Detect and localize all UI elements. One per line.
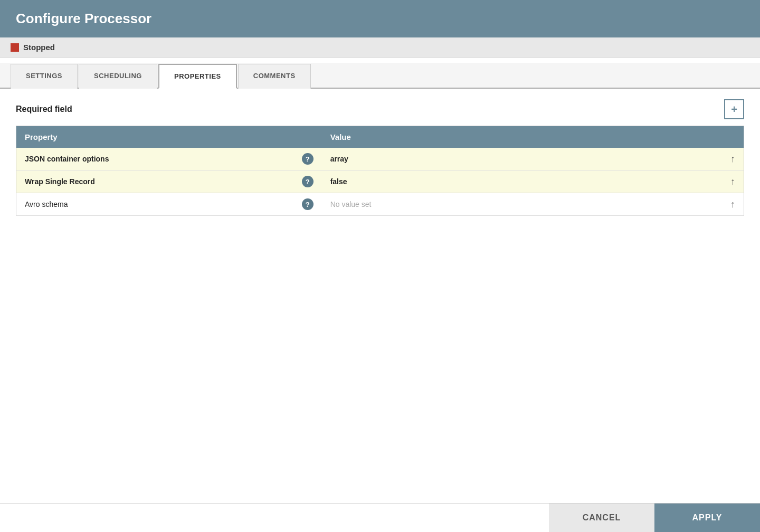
table-row: Avro schema ? No value set ↑ bbox=[16, 193, 744, 216]
table-header: Property Value bbox=[16, 126, 744, 148]
cancel-button[interactable]: CANCEL bbox=[549, 504, 654, 532]
action-cell-json: ↑ bbox=[722, 148, 744, 170]
properties-table: Property Value JSON container options ? … bbox=[16, 126, 744, 216]
property-name-wrap: Wrap Single Record bbox=[25, 177, 95, 186]
required-field-label: Required field bbox=[16, 104, 72, 114]
property-name-json: JSON container options bbox=[25, 155, 109, 163]
tabs-container: SETTINGS SCHEDULING PROPERTIES COMMENTS bbox=[0, 63, 760, 89]
dialog-header: Configure Processor bbox=[0, 0, 760, 37]
property-cell-json: JSON container options ? bbox=[16, 148, 322, 170]
property-name-avro: Avro schema bbox=[25, 200, 68, 208]
value-cell-wrap[interactable]: false bbox=[322, 170, 722, 193]
help-icon-avro[interactable]: ? bbox=[302, 198, 314, 210]
required-field-row: Required field + bbox=[16, 99, 744, 119]
property-cell-wrap: Wrap Single Record ? bbox=[16, 170, 322, 193]
arrow-icon-avro[interactable]: ↑ bbox=[730, 199, 735, 210]
help-icon-json[interactable]: ? bbox=[302, 153, 314, 165]
action-cell-wrap: ↑ bbox=[722, 170, 744, 193]
column-property: Property bbox=[16, 126, 322, 148]
action-cell-avro: ↑ bbox=[722, 193, 744, 216]
column-value: Value bbox=[322, 126, 722, 148]
value-cell-avro[interactable]: No value set bbox=[322, 193, 722, 216]
tab-scheduling[interactable]: SCHEDULING bbox=[79, 64, 157, 89]
table-row: Wrap Single Record ? false ↑ bbox=[16, 170, 744, 193]
status-indicator bbox=[11, 43, 19, 52]
dialog-title: Configure Processor bbox=[16, 11, 151, 26]
apply-button[interactable]: APPLY bbox=[654, 504, 760, 532]
column-action bbox=[722, 126, 744, 148]
status-bar: Stopped bbox=[0, 37, 760, 58]
table-body: JSON container options ? array ↑ Wrap Si… bbox=[16, 148, 744, 216]
add-property-button[interactable]: + bbox=[724, 99, 744, 119]
tab-settings[interactable]: SETTINGS bbox=[11, 64, 78, 89]
no-value-avro: No value set bbox=[330, 200, 372, 208]
arrow-icon-json[interactable]: ↑ bbox=[730, 154, 735, 164]
tab-comments[interactable]: COMMENTS bbox=[238, 64, 311, 89]
property-cell-avro: Avro schema ? bbox=[16, 193, 322, 216]
dialog-footer: CANCEL APPLY bbox=[0, 503, 760, 532]
table-row: JSON container options ? array ↑ bbox=[16, 148, 744, 170]
content-area: Required field + Property Value JSON con… bbox=[0, 89, 760, 503]
arrow-icon-wrap[interactable]: ↑ bbox=[730, 176, 735, 187]
configure-processor-dialog: Configure Processor Stopped SETTINGS SCH… bbox=[0, 0, 760, 532]
tab-properties[interactable]: PROPERTIES bbox=[158, 64, 237, 89]
status-text: Stopped bbox=[23, 43, 55, 52]
value-cell-json[interactable]: array bbox=[322, 148, 722, 170]
help-icon-wrap[interactable]: ? bbox=[302, 176, 314, 187]
